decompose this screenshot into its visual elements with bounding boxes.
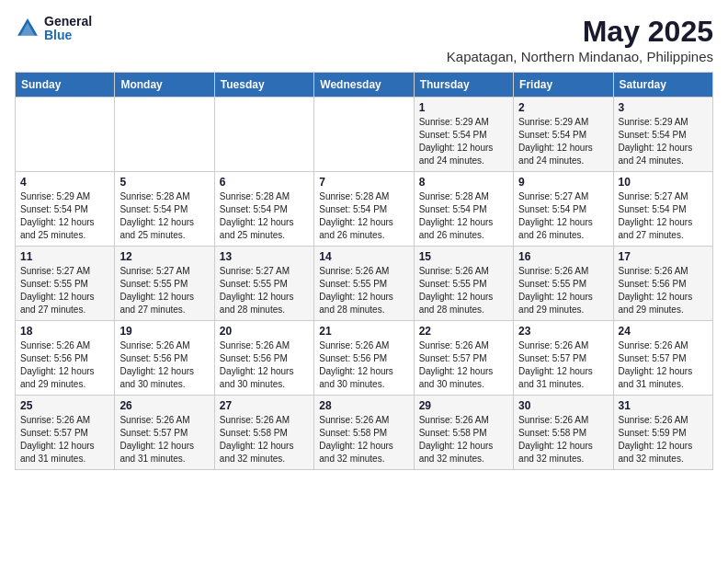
day-number: 15 bbox=[419, 250, 508, 263]
day-info: Sunrise: 5:26 AM Sunset: 5:59 PM Dayligh… bbox=[619, 414, 708, 465]
calendar-cell: 28Sunrise: 5:26 AM Sunset: 5:58 PM Dayli… bbox=[314, 396, 414, 470]
calendar-table: SundayMondayTuesdayWednesdayThursdayFrid… bbox=[15, 72, 713, 470]
day-info: Sunrise: 5:28 AM Sunset: 5:54 PM Dayligh… bbox=[419, 190, 508, 242]
day-info: Sunrise: 5:28 AM Sunset: 5:54 PM Dayligh… bbox=[220, 190, 309, 242]
day-number: 16 bbox=[518, 250, 608, 263]
header-cell-monday: Monday bbox=[115, 73, 214, 98]
calendar-cell: 17Sunrise: 5:26 AM Sunset: 5:56 PM Dayli… bbox=[613, 247, 712, 321]
day-info: Sunrise: 5:26 AM Sunset: 5:56 PM Dayligh… bbox=[220, 339, 309, 391]
header-cell-wednesday: Wednesday bbox=[314, 73, 414, 98]
day-number: 21 bbox=[319, 325, 408, 338]
calendar-cell: 12Sunrise: 5:27 AM Sunset: 5:55 PM Dayli… bbox=[115, 247, 214, 321]
calendar-cell: 31Sunrise: 5:26 AM Sunset: 5:59 PM Dayli… bbox=[613, 396, 712, 470]
day-info: Sunrise: 5:26 AM Sunset: 5:56 PM Dayligh… bbox=[20, 339, 109, 391]
calendar-cell: 21Sunrise: 5:26 AM Sunset: 5:56 PM Dayli… bbox=[314, 321, 414, 396]
title-section: May 2025 Kapatagan, Northern Mindanao, P… bbox=[447, 15, 713, 64]
day-number: 31 bbox=[619, 399, 708, 412]
day-info: Sunrise: 5:26 AM Sunset: 5:58 PM Dayligh… bbox=[419, 414, 508, 465]
calendar-cell: 5Sunrise: 5:28 AM Sunset: 5:54 PM Daylig… bbox=[115, 172, 214, 247]
calendar-header: SundayMondayTuesdayWednesdayThursdayFrid… bbox=[16, 73, 713, 98]
calendar-cell: 11Sunrise: 5:27 AM Sunset: 5:55 PM Dayli… bbox=[16, 247, 115, 321]
day-info: Sunrise: 5:26 AM Sunset: 5:55 PM Dayligh… bbox=[319, 265, 408, 316]
calendar-cell: 19Sunrise: 5:26 AM Sunset: 5:56 PM Dayli… bbox=[115, 321, 214, 396]
day-number: 29 bbox=[419, 399, 508, 412]
day-info: Sunrise: 5:27 AM Sunset: 5:54 PM Dayligh… bbox=[619, 190, 708, 242]
day-number: 25 bbox=[20, 399, 109, 412]
calendar-cell: 7Sunrise: 5:28 AM Sunset: 5:54 PM Daylig… bbox=[314, 172, 414, 247]
day-info: Sunrise: 5:26 AM Sunset: 5:57 PM Dayligh… bbox=[419, 339, 508, 391]
header-cell-saturday: Saturday bbox=[613, 73, 712, 98]
day-number: 17 bbox=[619, 250, 708, 263]
day-number: 6 bbox=[220, 176, 309, 189]
calendar-cell: 13Sunrise: 5:27 AM Sunset: 5:55 PM Dayli… bbox=[214, 247, 313, 321]
day-number: 2 bbox=[518, 101, 608, 114]
calendar-body: 1Sunrise: 5:29 AM Sunset: 5:54 PM Daylig… bbox=[16, 98, 713, 470]
week-row-3: 11Sunrise: 5:27 AM Sunset: 5:55 PM Dayli… bbox=[16, 247, 713, 321]
calendar-cell: 6Sunrise: 5:28 AM Sunset: 5:54 PM Daylig… bbox=[214, 172, 313, 247]
day-number: 7 bbox=[319, 176, 408, 189]
day-info: Sunrise: 5:29 AM Sunset: 5:54 PM Dayligh… bbox=[619, 116, 708, 167]
day-number: 1 bbox=[419, 101, 508, 114]
calendar-cell: 26Sunrise: 5:26 AM Sunset: 5:57 PM Dayli… bbox=[115, 396, 214, 470]
day-info: Sunrise: 5:27 AM Sunset: 5:55 PM Dayligh… bbox=[20, 265, 109, 316]
calendar-cell: 3Sunrise: 5:29 AM Sunset: 5:54 PM Daylig… bbox=[613, 98, 712, 172]
day-info: Sunrise: 5:28 AM Sunset: 5:54 PM Dayligh… bbox=[119, 190, 209, 242]
header-row: SundayMondayTuesdayWednesdayThursdayFrid… bbox=[16, 73, 713, 98]
day-info: Sunrise: 5:26 AM Sunset: 5:58 PM Dayligh… bbox=[319, 414, 408, 465]
day-number: 28 bbox=[319, 399, 408, 412]
calendar-cell: 29Sunrise: 5:26 AM Sunset: 5:58 PM Dayli… bbox=[414, 396, 513, 470]
day-number: 23 bbox=[518, 325, 608, 338]
day-info: Sunrise: 5:27 AM Sunset: 5:55 PM Dayligh… bbox=[220, 265, 309, 316]
day-info: Sunrise: 5:26 AM Sunset: 5:56 PM Dayligh… bbox=[119, 339, 209, 391]
day-info: Sunrise: 5:29 AM Sunset: 5:54 PM Dayligh… bbox=[20, 190, 109, 242]
logo: General Blue bbox=[15, 15, 92, 43]
header-cell-friday: Friday bbox=[514, 73, 613, 98]
day-info: Sunrise: 5:29 AM Sunset: 5:54 PM Dayligh… bbox=[419, 116, 508, 167]
day-info: Sunrise: 5:29 AM Sunset: 5:54 PM Dayligh… bbox=[518, 116, 608, 167]
day-number: 27 bbox=[220, 399, 309, 412]
calendar-cell: 23Sunrise: 5:26 AM Sunset: 5:57 PM Dayli… bbox=[514, 321, 613, 396]
month-title: May 2025 bbox=[447, 15, 713, 49]
day-number: 24 bbox=[619, 325, 708, 338]
day-number: 19 bbox=[119, 325, 209, 338]
week-row-4: 18Sunrise: 5:26 AM Sunset: 5:56 PM Dayli… bbox=[16, 321, 713, 396]
day-number: 20 bbox=[220, 325, 309, 338]
calendar-cell bbox=[115, 98, 214, 172]
calendar-cell: 24Sunrise: 5:26 AM Sunset: 5:57 PM Dayli… bbox=[613, 321, 712, 396]
day-number: 3 bbox=[619, 101, 708, 114]
calendar-cell: 16Sunrise: 5:26 AM Sunset: 5:55 PM Dayli… bbox=[514, 247, 613, 321]
day-info: Sunrise: 5:27 AM Sunset: 5:55 PM Dayligh… bbox=[119, 265, 209, 316]
page-header: General Blue May 2025 Kapatagan, Norther… bbox=[15, 15, 713, 64]
header-cell-tuesday: Tuesday bbox=[214, 73, 313, 98]
header-cell-thursday: Thursday bbox=[414, 73, 513, 98]
day-number: 12 bbox=[119, 250, 209, 263]
calendar-cell: 25Sunrise: 5:26 AM Sunset: 5:57 PM Dayli… bbox=[16, 396, 115, 470]
day-info: Sunrise: 5:27 AM Sunset: 5:54 PM Dayligh… bbox=[518, 190, 608, 242]
day-number: 14 bbox=[319, 250, 408, 263]
calendar-cell bbox=[214, 98, 313, 172]
day-info: Sunrise: 5:26 AM Sunset: 5:57 PM Dayligh… bbox=[619, 339, 708, 391]
logo-blue-text: Blue bbox=[44, 29, 92, 42]
day-info: Sunrise: 5:26 AM Sunset: 5:55 PM Dayligh… bbox=[419, 265, 508, 316]
day-info: Sunrise: 5:28 AM Sunset: 5:54 PM Dayligh… bbox=[319, 190, 408, 242]
calendar-cell: 18Sunrise: 5:26 AM Sunset: 5:56 PM Dayli… bbox=[16, 321, 115, 396]
day-number: 26 bbox=[119, 399, 209, 412]
calendar-cell: 10Sunrise: 5:27 AM Sunset: 5:54 PM Dayli… bbox=[613, 172, 712, 247]
day-number: 4 bbox=[20, 176, 109, 189]
calendar-cell: 2Sunrise: 5:29 AM Sunset: 5:54 PM Daylig… bbox=[514, 98, 613, 172]
day-number: 13 bbox=[220, 250, 309, 263]
day-number: 10 bbox=[619, 176, 708, 189]
day-info: Sunrise: 5:26 AM Sunset: 5:56 PM Dayligh… bbox=[319, 339, 408, 391]
calendar-cell: 27Sunrise: 5:26 AM Sunset: 5:58 PM Dayli… bbox=[214, 396, 313, 470]
day-info: Sunrise: 5:26 AM Sunset: 5:56 PM Dayligh… bbox=[619, 265, 708, 316]
header-cell-sunday: Sunday bbox=[16, 73, 115, 98]
logo-icon bbox=[15, 16, 40, 41]
calendar-cell: 22Sunrise: 5:26 AM Sunset: 5:57 PM Dayli… bbox=[414, 321, 513, 396]
day-number: 18 bbox=[20, 325, 109, 338]
calendar-cell: 1Sunrise: 5:29 AM Sunset: 5:54 PM Daylig… bbox=[414, 98, 513, 172]
week-row-1: 1Sunrise: 5:29 AM Sunset: 5:54 PM Daylig… bbox=[16, 98, 713, 172]
calendar-cell: 8Sunrise: 5:28 AM Sunset: 5:54 PM Daylig… bbox=[414, 172, 513, 247]
day-number: 22 bbox=[419, 325, 508, 338]
week-row-5: 25Sunrise: 5:26 AM Sunset: 5:57 PM Dayli… bbox=[16, 396, 713, 470]
calendar-cell: 20Sunrise: 5:26 AM Sunset: 5:56 PM Dayli… bbox=[214, 321, 313, 396]
